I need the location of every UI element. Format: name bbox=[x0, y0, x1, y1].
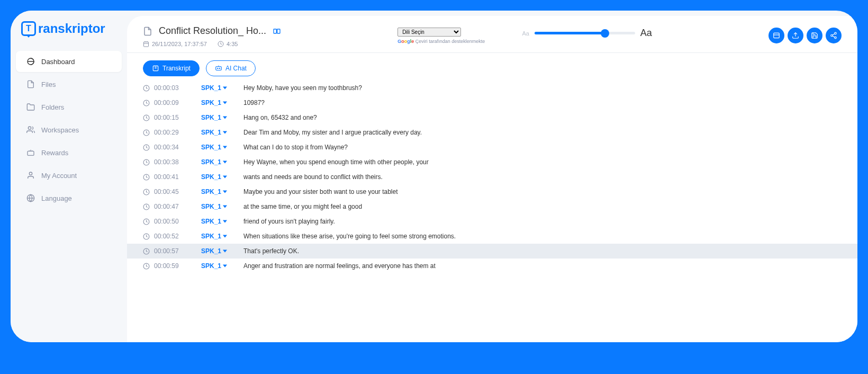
svg-point-19 bbox=[835, 37, 837, 39]
sidebar-item-language[interactable]: Language bbox=[16, 188, 122, 209]
sidebar-item-files[interactable]: Files bbox=[16, 74, 122, 95]
text-cell[interactable]: Hey Moby, have you seen my toothbrush? bbox=[243, 84, 842, 92]
speaker-cell[interactable]: SPK_1 bbox=[201, 114, 228, 121]
text-cell[interactable]: Hey Wayne, when you spend enough time wi… bbox=[243, 158, 842, 166]
sidebar-item-label: Language bbox=[41, 194, 72, 202]
transcript-line[interactable]: 00:00:15SPK_1Hang on, 65432 and one? bbox=[127, 110, 857, 125]
svg-rect-23 bbox=[216, 67, 222, 70]
sidebar-item-my-account[interactable]: My Account bbox=[16, 165, 122, 186]
speaker-cell[interactable]: SPK_1 bbox=[201, 262, 228, 270]
speaker-label: SPK_1 bbox=[201, 218, 221, 225]
clock-icon bbox=[143, 85, 150, 92]
logo[interactable]: T ranskriptor bbox=[11, 21, 127, 49]
slider-track[interactable] bbox=[535, 32, 635, 34]
caret-down-icon bbox=[223, 115, 227, 120]
transcript-line[interactable]: 00:00:50SPK_1friend of yours isn't playi… bbox=[127, 214, 857, 229]
tab-aichat[interactable]: AI Chat bbox=[206, 60, 256, 76]
sidebar-nav: DashboardFilesFoldersWorkspacesRewardsMy… bbox=[11, 51, 127, 209]
clock-icon bbox=[143, 203, 150, 210]
transcript-line[interactable]: 00:00:38SPK_1Hey Wayne, when you spend e… bbox=[127, 155, 857, 170]
svg-rect-3 bbox=[28, 151, 34, 155]
speaker-cell[interactable]: SPK_1 bbox=[201, 158, 228, 166]
caret-down-icon bbox=[223, 160, 227, 164]
clock-icon bbox=[143, 263, 150, 270]
clock-icon bbox=[143, 218, 150, 225]
svg-point-24 bbox=[218, 68, 218, 68]
text-cell[interactable]: When situations like these arise, you're… bbox=[243, 233, 842, 240]
font-small-label: Aa bbox=[522, 30, 529, 37]
transcript-line[interactable]: 00:00:45SPK_1Maybe you and your sister b… bbox=[127, 184, 857, 199]
text-cell[interactable]: What can I do to stop it from Wayne? bbox=[243, 144, 842, 151]
time-cell: 00:00:57 bbox=[143, 247, 185, 255]
transcript-line[interactable]: 00:00:52SPK_1When situations like these … bbox=[127, 229, 857, 244]
text-cell[interactable]: at the same time, or you might feel a go… bbox=[243, 203, 842, 210]
speaker-label: SPK_1 bbox=[201, 84, 221, 92]
speaker-cell[interactable]: SPK_1 bbox=[201, 129, 228, 136]
speaker-cell[interactable]: SPK_1 bbox=[201, 173, 228, 181]
speaker-cell[interactable]: SPK_1 bbox=[201, 99, 228, 106]
svg-point-18 bbox=[831, 34, 833, 37]
caret-down-icon bbox=[223, 175, 227, 179]
font-size-slider[interactable]: Aa Aa bbox=[522, 28, 652, 39]
transcript-line[interactable]: 00:00:03SPK_1Hey Moby, have you seen my … bbox=[127, 81, 857, 95]
time-cell: 00:00:45 bbox=[143, 188, 185, 195]
tab-transkript[interactable]: Transkript bbox=[143, 60, 200, 76]
transcript-line[interactable]: 00:00:09SPK_110987? bbox=[127, 95, 857, 110]
sidebar-item-label: My Account bbox=[41, 172, 77, 180]
speaker-cell[interactable]: SPK_1 bbox=[201, 247, 228, 255]
sidebar-item-label: Workspaces bbox=[41, 126, 79, 134]
sidebar-item-dashboard[interactable]: Dashboard bbox=[16, 51, 122, 72]
speaker-label: SPK_1 bbox=[201, 99, 221, 106]
timestamp: 00:00:59 bbox=[154, 262, 179, 270]
download-button[interactable] bbox=[788, 28, 803, 43]
sidebar-item-folders[interactable]: Folders bbox=[16, 96, 122, 118]
text-cell[interactable]: Hang on, 65432 and one? bbox=[243, 114, 842, 121]
speaker-cell[interactable]: SPK_1 bbox=[201, 203, 228, 210]
time-cell: 00:00:15 bbox=[143, 114, 185, 121]
text-cell[interactable]: wants and needs are bound to conflict wi… bbox=[243, 173, 842, 181]
language-select[interactable]: Dili Seçin bbox=[397, 28, 461, 37]
export-button[interactable] bbox=[768, 28, 784, 43]
header: Conflict Resolution_ Ho... 26/11/2023, 1… bbox=[127, 16, 857, 53]
share-button[interactable] bbox=[826, 28, 842, 43]
transcript-line[interactable]: 00:00:41SPK_1wants and needs are bound t… bbox=[127, 170, 857, 184]
speaker-cell[interactable]: SPK_1 bbox=[201, 233, 228, 240]
slider-fill bbox=[535, 32, 605, 34]
logo-icon: T bbox=[21, 21, 36, 36]
slider-thumb[interactable] bbox=[601, 29, 609, 38]
sidebar: T ranskriptor DashboardFilesFoldersWorks… bbox=[11, 11, 127, 342]
transcript-line[interactable]: 00:00:34SPK_1What can I do to stop it fr… bbox=[127, 140, 857, 155]
text-cell[interactable]: 10987? bbox=[243, 99, 842, 106]
sidebar-item-workspaces[interactable]: Workspaces bbox=[16, 119, 122, 140]
duration-meta: 4:35 bbox=[218, 41, 238, 47]
date-meta: 26/11/2023, 17:37:57 bbox=[143, 41, 207, 47]
transcript-line[interactable]: 00:00:59SPK_1Anger and frustration are n… bbox=[127, 259, 857, 273]
text-cell[interactable]: friend of yours isn't playing fairly. bbox=[243, 218, 842, 225]
timestamp: 00:00:45 bbox=[154, 188, 179, 195]
text-cell[interactable]: Maybe you and your sister both want to u… bbox=[243, 188, 842, 195]
caret-down-icon bbox=[223, 86, 227, 90]
text-cell[interactable]: Dear Tim and Moby, my sister and I argue… bbox=[243, 129, 842, 136]
workspaces-icon bbox=[26, 126, 35, 134]
timestamp: 00:00:47 bbox=[154, 203, 179, 210]
transcript-line[interactable]: 00:00:57SPK_1That's perfectly OK. bbox=[127, 244, 857, 259]
speaker-cell[interactable]: SPK_1 bbox=[201, 144, 228, 151]
clock-icon bbox=[143, 159, 150, 166]
rename-icon[interactable] bbox=[273, 27, 281, 35]
clock-icon bbox=[143, 233, 150, 240]
caret-down-icon bbox=[223, 130, 227, 135]
save-button[interactable] bbox=[807, 28, 822, 43]
sidebar-item-rewards[interactable]: Rewards bbox=[16, 142, 122, 163]
text-cell[interactable]: Anger and frustration are normal feeling… bbox=[243, 262, 842, 270]
action-buttons bbox=[768, 28, 842, 43]
transcript-line[interactable]: 00:00:47SPK_1at the same time, or you mi… bbox=[127, 199, 857, 214]
timestamp: 00:00:41 bbox=[154, 173, 179, 181]
speaker-cell[interactable]: SPK_1 bbox=[201, 188, 228, 195]
text-cell[interactable]: That's perfectly OK. bbox=[243, 247, 842, 255]
transcript-line[interactable]: 00:00:29SPK_1Dear Tim and Moby, my siste… bbox=[127, 125, 857, 140]
clock-icon bbox=[143, 248, 150, 255]
sidebar-item-label: Files bbox=[41, 81, 56, 88]
speaker-cell[interactable]: SPK_1 bbox=[201, 218, 228, 225]
speaker-label: SPK_1 bbox=[201, 144, 221, 151]
speaker-cell[interactable]: SPK_1 bbox=[201, 84, 228, 92]
